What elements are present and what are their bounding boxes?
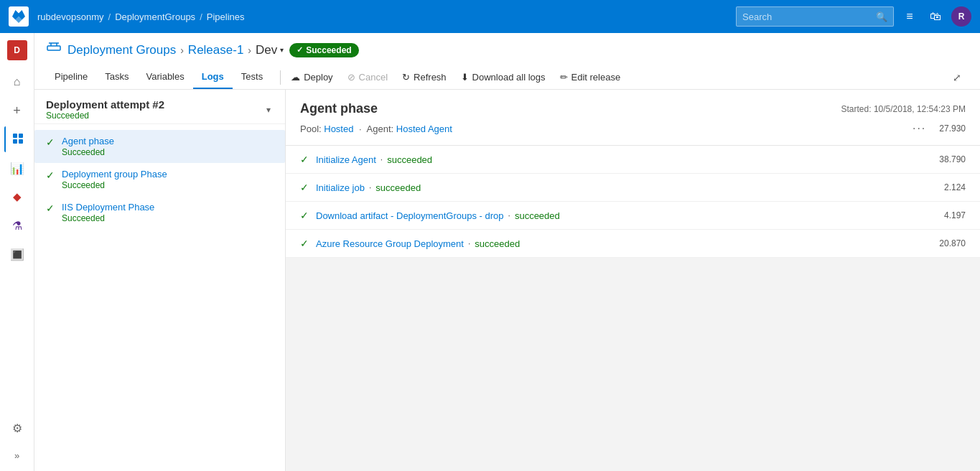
task-name-3[interactable]: Azure Resource Group Deployment <box>316 238 464 249</box>
phase-item-agent[interactable]: ✓ Agent phase Succeeded <box>34 130 285 163</box>
chart-icon: 📊 <box>10 162 24 175</box>
pool-link[interactable]: Hosted <box>324 123 353 134</box>
phase-name-agent: Agent phase <box>62 136 274 146</box>
list-icon[interactable]: ≡ <box>900 6 920 27</box>
task-dot-1: · <box>369 182 371 192</box>
top-breadcrumb: rubdevopsonmy / DeploymentGroups / Pipel… <box>37 11 245 22</box>
expand-sidebar-btn[interactable]: » <box>4 445 30 465</box>
deploy-button[interactable]: ☁ Deploy <box>284 67 340 87</box>
home-icon: ⌂ <box>14 75 21 88</box>
task-row-initialize-agent[interactable]: ✓ Initialize Agent · succeeded 38.790 <box>286 146 980 174</box>
expand-button[interactable]: ⤢ <box>946 67 969 88</box>
phase-check-iis: ✓ <box>46 202 55 214</box>
sep1: / <box>108 11 111 22</box>
tab-pipeline[interactable]: Pipeline <box>46 65 96 89</box>
deployment-attempt-title: Deployment attempt #2 <box>46 98 164 111</box>
search-icon: 🔍 <box>876 11 887 22</box>
deployment-groups-breadcrumb[interactable]: Deployment Groups <box>67 43 176 57</box>
activity-diamond[interactable]: ◆ <box>4 184 30 210</box>
refresh-icon: ↻ <box>402 72 410 83</box>
cloud-icon: ☁ <box>291 72 300 83</box>
task-duration-0: 38.790 <box>939 154 966 164</box>
page-header: Deployment Groups › Release-1 › Dev ▾ ✓ … <box>34 33 980 90</box>
env-label: Dev <box>256 43 277 57</box>
phase-status-deployment-group: Succeeded <box>62 180 274 190</box>
phase-status-iis: Succeeded <box>62 213 274 223</box>
task-row-download-artifact[interactable]: ✓ Download artifact - DeploymentGroups -… <box>286 202 980 230</box>
pipeline-icon <box>11 132 24 147</box>
activity-user[interactable]: D <box>4 37 30 63</box>
task-name-1[interactable]: Initialize job <box>316 182 365 193</box>
search-box[interactable]: 🔍 <box>736 6 894 27</box>
svg-rect-1 <box>19 134 23 138</box>
cancel-label: Cancel <box>359 72 388 83</box>
refresh-button[interactable]: ↻ Refresh <box>395 67 454 87</box>
edit-label: Edit release <box>571 72 621 83</box>
svg-rect-3 <box>19 139 23 144</box>
more-options-btn[interactable]: ··· <box>908 121 930 136</box>
activity-chart[interactable]: 📊 <box>4 155 30 181</box>
edit-release-button[interactable]: ✏ Edit release <box>553 67 628 87</box>
sep2: / <box>200 11 202 22</box>
tab-tests[interactable]: Tests <box>233 65 271 89</box>
toolbar-divider <box>280 70 281 85</box>
activity-pipelines[interactable] <box>4 126 30 152</box>
task-dot-2: · <box>508 210 510 220</box>
expand-arrows-icon: ⤢ <box>953 72 961 83</box>
agent-phase-started: Started: 10/5/2018, 12:54:23 PM <box>841 104 966 114</box>
main-layout: D ⌂ + 📊 ◆ ⚗ 🔳 <box>0 33 980 471</box>
download-logs-button[interactable]: ⬇ Download all logs <box>454 67 553 87</box>
collapse-button[interactable]: ▾ <box>263 103 274 116</box>
tab-variables[interactable]: Variables <box>138 65 193 89</box>
phase-item-iis[interactable]: ✓ IIS Deployment Phase Succeeded <box>34 196 285 229</box>
agent-phase-pool-row: Pool: Hosted · Agent: Hosted Agent ··· 2… <box>300 121 966 136</box>
agent-phase-title-row: Agent phase Started: 10/5/2018, 12:54:23… <box>300 101 966 116</box>
check-icon: ✓ <box>297 45 303 55</box>
agent-phase-pool: Pool: Hosted · Agent: Hosted Agent <box>300 123 452 134</box>
activity-bar-bottom: ⚙ » <box>4 414 30 471</box>
task-row-azure-resource[interactable]: ✓ Azure Resource Group Deployment · succ… <box>286 230 980 258</box>
task-name-0[interactable]: Initialize Agent <box>316 154 376 165</box>
task-dot-0: · <box>381 154 383 164</box>
pipelines-link[interactable]: Pipelines <box>207 11 245 22</box>
activity-settings[interactable]: ⚙ <box>4 415 30 441</box>
settings-icon: ⚙ <box>12 421 22 435</box>
bag-icon[interactable]: 🛍 <box>925 6 946 27</box>
pool-dot: · <box>359 123 362 134</box>
activity-add[interactable]: + <box>4 98 30 123</box>
env-dropdown[interactable]: Dev ▾ <box>256 43 284 57</box>
flask-icon: ⚗ <box>12 219 22 233</box>
task-duration-2: 4.197 <box>944 210 966 220</box>
activity-flask[interactable]: ⚗ <box>4 213 30 238</box>
activity-bar: D ⌂ + 📊 ◆ ⚗ 🔳 <box>0 33 34 471</box>
phase-item-deployment-group[interactable]: ✓ Deployment group Phase Succeeded <box>34 163 285 196</box>
task-check-2: ✓ <box>300 210 309 221</box>
tab-tasks[interactable]: Tasks <box>96 65 137 89</box>
activity-package[interactable]: 🔳 <box>4 241 30 267</box>
user-icon[interactable]: D <box>7 40 27 60</box>
search-input[interactable] <box>742 11 872 22</box>
activity-home[interactable]: ⌂ <box>4 69 30 95</box>
deployment-groups-link[interactable]: DeploymentGroups <box>115 11 195 22</box>
top-nav: rubdevopsonmy / DeploymentGroups / Pipel… <box>0 0 980 33</box>
task-check-1: ✓ <box>300 182 309 193</box>
cancel-icon: ⊘ <box>347 72 355 83</box>
task-name-2[interactable]: Download artifact - DeploymentGroups - d… <box>316 210 504 221</box>
task-row-initialize-job[interactable]: ✓ Initialize job · succeeded 2.124 <box>286 174 980 202</box>
release-breadcrumb[interactable]: Release-1 <box>188 43 244 57</box>
phase-info-deployment-group: Deployment group Phase Succeeded <box>62 169 274 190</box>
tab-logs[interactable]: Logs <box>193 65 233 89</box>
agent-link[interactable]: Hosted Agent <box>396 123 452 134</box>
status-text: Succeeded <box>306 45 351 55</box>
deployment-attempt-status: Succeeded <box>46 111 164 121</box>
user-avatar[interactable]: R <box>951 6 971 27</box>
cancel-button[interactable]: ⊘ Cancel <box>340 67 395 87</box>
content-area: Deployment Groups › Release-1 › Dev ▾ ✓ … <box>34 33 980 471</box>
app-logo[interactable] <box>9 6 29 27</box>
split-layout: Deployment attempt #2 Succeeded ▾ ✓ Agen… <box>34 90 980 471</box>
task-status-3: succeeded <box>475 238 520 249</box>
task-duration-1: 2.124 <box>944 182 966 192</box>
deploy-label: Deploy <box>304 72 332 83</box>
task-name-area-0: Initialize Agent · succeeded <box>316 154 932 165</box>
org-link[interactable]: rubdevopsonmy <box>37 11 104 22</box>
